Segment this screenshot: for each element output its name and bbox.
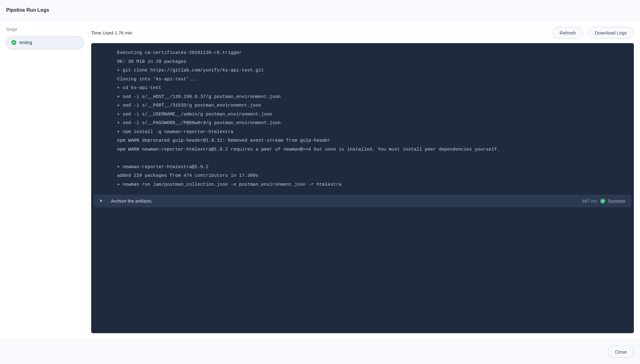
step-row-archive[interactable]: Archive the artifacts 687 ms Success bbox=[94, 195, 631, 207]
sidebar-label: Stage bbox=[6, 27, 84, 32]
step-time: 687 ms bbox=[582, 198, 597, 204]
stage-item-testing[interactable]: testing bbox=[6, 36, 84, 49]
stage-sidebar: Stage testing bbox=[6, 27, 84, 333]
time-used-label: Time Used 1.76 min bbox=[91, 30, 132, 35]
modal-body: Stage testing Time Used 1.76 min Refresh… bbox=[0, 21, 640, 339]
refresh-button[interactable]: Refresh bbox=[553, 27, 583, 39]
modal-header: Pipeline Run Logs bbox=[0, 0, 640, 21]
log-toolbar: Time Used 1.76 min Refresh Download Logs bbox=[91, 27, 634, 39]
toolbar-buttons: Refresh Download Logs bbox=[553, 27, 634, 39]
log-output: Executing ca-certificates-20161130-r0.tr… bbox=[94, 46, 631, 192]
pipeline-logs-modal: Pipeline Run Logs Stage testing Time Use… bbox=[0, 0, 640, 364]
log-panel[interactable]: Executing ca-certificates-20161130-r0.tr… bbox=[91, 43, 634, 333]
success-icon bbox=[600, 199, 605, 204]
caret-right-icon bbox=[100, 198, 103, 204]
close-button[interactable]: Close bbox=[608, 346, 634, 358]
modal-title: Pipeline Run Logs bbox=[6, 7, 634, 13]
log-main: Time Used 1.76 min Refresh Download Logs… bbox=[91, 27, 634, 333]
stage-name: testing bbox=[19, 40, 32, 45]
modal-footer: Close bbox=[0, 339, 640, 364]
step-name: Archive the artifacts bbox=[111, 198, 582, 204]
download-logs-button[interactable]: Download Logs bbox=[588, 27, 634, 39]
step-status: Success bbox=[608, 198, 625, 204]
success-icon bbox=[11, 40, 16, 45]
